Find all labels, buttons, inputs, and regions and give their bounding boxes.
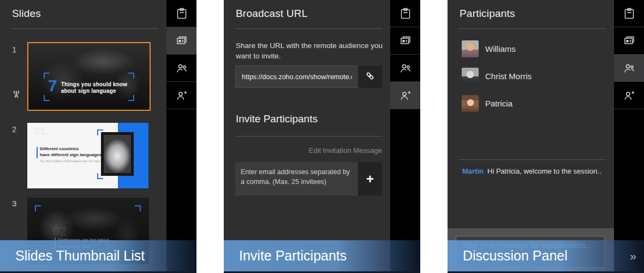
participant-row: Williams <box>462 40 516 57</box>
tab-invite[interactable] <box>390 82 420 109</box>
broadcast-url-input[interactable] <box>235 66 358 88</box>
side-toolbar <box>390 0 420 273</box>
avatar-christ-morris <box>462 68 479 85</box>
chat-message-text: Hi Patricia, welcome to the session.. <box>487 167 601 175</box>
slide-2-heading: Different countries have different sign … <box>40 146 103 158</box>
copy-link-button[interactable] <box>358 66 382 88</box>
slide-focus-frame <box>97 129 139 179</box>
participant-name: Patricia <box>485 99 512 108</box>
collapse-chevron-icon[interactable]: » <box>630 250 636 263</box>
invite-email-row: + <box>235 162 382 195</box>
participant-name: Christ Morris <box>485 72 532 81</box>
slide-thumbnail-1[interactable]: 7 Things you should know about sign lang… <box>27 42 151 111</box>
tab-participants[interactable] <box>614 55 644 82</box>
tab-participants[interactable] <box>166 55 196 82</box>
slide-number: 3 <box>12 199 16 208</box>
broadcast-url-row <box>235 66 382 88</box>
annotation-banner: Discussion Panel » <box>448 240 644 271</box>
tab-broadcast[interactable] <box>166 27 196 55</box>
link-icon <box>364 70 376 84</box>
chat-sender-name: Martin <box>462 167 484 175</box>
tab-participants[interactable] <box>390 55 420 82</box>
slides-panel: Slides 1 7 Things you should know about … <box>0 0 196 273</box>
chat-message: MartinHi Patricia, welcome to the sessio… <box>462 167 609 175</box>
annotation-banner: Invite Participants <box>224 240 420 271</box>
slide-2-accent-bar <box>37 147 38 158</box>
broadcast-url-panel: Broadcast URL Share the URL with the rem… <box>224 0 420 273</box>
annotation-banner: Slides Thumbnail List <box>0 240 196 271</box>
share-url-description: Share the URL with the remote audience y… <box>236 40 394 61</box>
participant-row: Christ Morris <box>462 68 532 85</box>
tab-broadcast[interactable] <box>614 27 644 55</box>
annotation-label: Invite Participants <box>239 248 347 264</box>
participant-row: Patricia <box>462 95 512 112</box>
slide-number: 1 <box>12 45 16 54</box>
participants-panel: Participants Williams Christ Morris Patr… <box>448 0 644 273</box>
tab-slides[interactable] <box>614 0 644 27</box>
slide-2-watermark: 01. <box>34 125 49 138</box>
add-invitee-button[interactable]: + <box>358 162 382 195</box>
participant-name: Williams <box>485 44 516 54</box>
tab-broadcast[interactable] <box>390 27 420 55</box>
slide-number: 2 <box>12 124 16 134</box>
side-toolbar <box>614 0 644 273</box>
tab-slides[interactable] <box>166 0 196 27</box>
invite-participants-heading: Invite Participants <box>236 113 318 125</box>
tab-invite[interactable] <box>166 82 196 109</box>
edit-invitation-message-link[interactable]: Edit Invitation Message <box>309 146 382 155</box>
divider <box>235 136 382 136</box>
avatar-williams <box>462 40 479 57</box>
avatar-patricia <box>462 95 479 112</box>
remote-broadcast-screens: Slides 1 7 Things you should know about … <box>0 0 644 273</box>
tab-invite[interactable] <box>614 82 644 109</box>
broadcasting-antenna-icon <box>10 87 22 103</box>
tab-slides[interactable] <box>390 0 420 27</box>
slide-1-caption: 7 Things you should know about sign lang… <box>48 77 127 94</box>
divider <box>458 159 606 160</box>
divider <box>235 28 382 29</box>
side-toolbar <box>166 0 196 273</box>
page-title: Participants <box>460 8 515 20</box>
page-title: Broadcast URL <box>236 8 307 20</box>
divider <box>11 28 158 29</box>
annotation-label: Slides Thumbnail List <box>15 248 145 264</box>
invite-email-input[interactable] <box>235 162 358 195</box>
page-title: Slides <box>12 8 41 20</box>
annotation-label: Discussion Panel <box>463 248 568 264</box>
slide-thumbnail-2[interactable]: 01. Different countries have different s… <box>27 123 148 188</box>
divider <box>458 28 606 29</box>
